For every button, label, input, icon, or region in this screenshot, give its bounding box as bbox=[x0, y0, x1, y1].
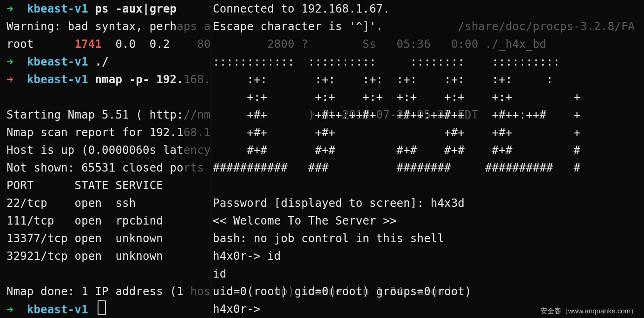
terminal-line: Host is up (0.0000060s latency) bbox=[7, 141, 211, 159]
terminal-left-pane[interactable]: ➜ kbeast-v1 ps -aux|grepWarning: bad syn… bbox=[7, 0, 211, 318]
terminal-line: 32921/tcp open unknown bbox=[7, 247, 211, 265]
terminal-text: 22/tcp open ssh bbox=[7, 197, 136, 210]
terminal-line bbox=[213, 177, 644, 194]
terminal-line: #+# #+# #+# #+# #+# # bbox=[213, 141, 644, 159]
terminal-line: +#+ +#+ +#+ +#+ + bbox=[213, 124, 644, 141]
terminal-line: ➜ kbeast-v1 ./ bbox=[7, 53, 211, 71]
terminal-right-pane[interactable]: Connected to 192.168.1.67.Escape charact… bbox=[213, 0, 644, 318]
terminal-line: Connected to 192.168.1.67. bbox=[213, 0, 644, 18]
terminal-text: 168.1.67 bbox=[184, 73, 211, 86]
terminal-line: Nmap done: 1 IP address (1 host bbox=[7, 283, 211, 300]
terminal-text: 111/tcp open rpcbind bbox=[7, 214, 163, 227]
terminal-line: Password [displayed to screen]: h4x3d bbox=[213, 194, 644, 212]
terminal-line: Nmap scan report for 192.168.1.67 bbox=[7, 124, 211, 141]
terminal-line: id bbox=[213, 265, 644, 283]
terminal-line: :::::::::::: :::::::::: :::::::: :::::::… bbox=[213, 53, 644, 71]
terminal-text: 13377/tcp open unknown bbox=[7, 232, 163, 245]
terminal-text: ps -aux|grep bbox=[88, 2, 177, 15]
terminal-line: ➜ kbeast-v1 nmap -p- 192.168.1.67 bbox=[7, 71, 211, 88]
terminal-line: :+: :+: :+: :+: :+: :+: : bbox=[213, 71, 644, 88]
terminal-line: h4x0r-> id bbox=[213, 247, 644, 265]
terminal-line: +:+ +:+ +:+ +:+ +:+ +:+ + bbox=[213, 88, 644, 106]
terminal-text: kbeast-v1 bbox=[27, 73, 88, 86]
terminal-line: << Welcome To The Server >> bbox=[213, 212, 644, 230]
terminal-text: ➜ bbox=[7, 55, 27, 68]
terminal-text: Not shown: 65531 closed po bbox=[7, 161, 184, 174]
terminal-text: host bbox=[184, 285, 211, 298]
terminal-text: ency) bbox=[184, 144, 211, 157]
terminal-line: root 1741 0.0 0.2 8076 bbox=[7, 35, 211, 53]
terminal-text: ➜ bbox=[7, 303, 27, 316]
terminal-text: aps a bogus '-'? See /usr bbox=[177, 20, 211, 33]
terminal-line: ➜ kbeast-v1 ps -aux|grep bbox=[7, 0, 211, 18]
terminal-text: Host is up (0.0000060s lat bbox=[7, 144, 184, 157]
terminal-line: Escape character is '^]'. bbox=[213, 18, 644, 35]
watermark-text: 安全客（www.anquanke.com） bbox=[540, 307, 637, 315]
terminal-line: bash: no job control in this shell bbox=[213, 230, 644, 247]
terminal-line: 22/tcp open ssh bbox=[7, 194, 211, 212]
terminal-line: PORT STATE SERVICE bbox=[7, 177, 211, 194]
terminal-line: uid=0(root) gid=0(root) groups=0(root) bbox=[213, 283, 644, 300]
terminal-text: Nmap done: 1 IP address (1 bbox=[7, 285, 184, 298]
terminal-line bbox=[7, 265, 211, 283]
terminal-screenshot: ➜ kbeast-v1 ps -aux|grepWarning: bad syn… bbox=[0, 0, 644, 318]
terminal-line bbox=[213, 35, 644, 53]
terminal-text: rts bbox=[184, 161, 204, 174]
terminal-text: 8076 bbox=[184, 38, 211, 51]
terminal-text: ./ bbox=[88, 55, 109, 68]
terminal-text: root bbox=[7, 38, 75, 51]
terminal-text: kbeast-v1 bbox=[27, 303, 88, 316]
terminal-line: Not shown: 65531 closed ports bbox=[7, 159, 211, 177]
terminal-line bbox=[7, 88, 211, 106]
terminal-text: PORT STATE SERVICE bbox=[7, 179, 163, 192]
terminal-text: kbeast-v1 bbox=[27, 2, 88, 15]
terminal-text: 0.0 0.2 bbox=[102, 38, 184, 51]
terminal-text: 32921/tcp open unknown bbox=[7, 250, 163, 263]
cursor bbox=[98, 300, 106, 315]
terminal-line: 13377/tcp open unknown bbox=[7, 230, 211, 247]
terminal-text: ➜ bbox=[7, 73, 27, 86]
terminal-text: Starting Nmap 5.51 ( http: bbox=[7, 108, 184, 121]
terminal-text: ➜ bbox=[7, 2, 27, 15]
terminal-text: kbeast-v1 bbox=[27, 55, 88, 68]
terminal-text: 68.1.67 bbox=[184, 126, 211, 139]
terminal-text: Warning: bad syntax, perh bbox=[7, 20, 177, 33]
terminal-line: Starting Nmap 5.51 ( http://nmap.org bbox=[7, 106, 211, 124]
terminal-line: ########### ### ######## ########## # bbox=[213, 159, 644, 177]
terminal-line: +#+ +#++:++#+ +#++:++#++ +#++:++# + bbox=[213, 106, 644, 124]
terminal-text: nmap -p- 192. bbox=[88, 73, 184, 86]
terminal-text: 1741 bbox=[75, 38, 102, 51]
terminal-text: //nmap.org bbox=[184, 108, 211, 121]
terminal-line: ➜ kbeast-v1 bbox=[7, 300, 211, 318]
terminal-line: 111/tcp open rpcbind bbox=[7, 212, 211, 230]
terminal-text bbox=[88, 303, 95, 316]
terminal-text: Nmap scan report for 192.1 bbox=[7, 126, 184, 139]
terminal-line: Warning: bad syntax, perhaps a bogus '-'… bbox=[7, 18, 211, 35]
